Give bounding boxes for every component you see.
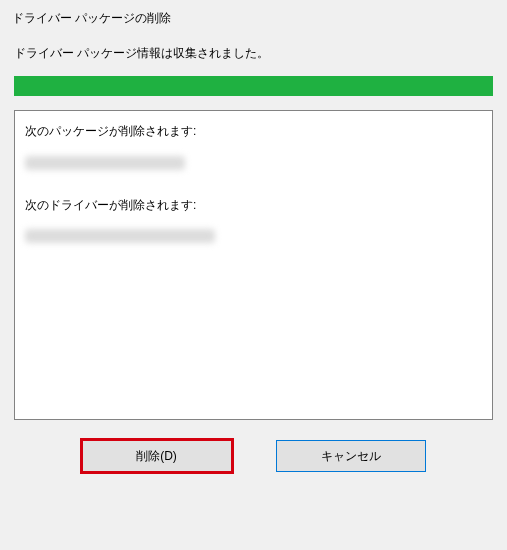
info-panel: 次のパッケージが削除されます: 次のドライバーが削除されます:: [14, 110, 493, 420]
driver-item: [25, 229, 215, 243]
delete-button[interactable]: 削除(D): [82, 440, 232, 472]
dialog-title: ドライバー パッケージの削除: [0, 0, 507, 33]
cancel-button[interactable]: キャンセル: [276, 440, 426, 472]
drivers-to-delete-label: 次のドライバーが削除されます:: [25, 197, 482, 214]
button-row: 削除(D) キャンセル: [0, 434, 507, 486]
packages-to-delete-label: 次のパッケージが削除されます:: [25, 123, 482, 140]
progress-bar: [14, 76, 493, 96]
status-message: ドライバー パッケージ情報は収集されました。: [0, 33, 507, 68]
package-item: [25, 156, 185, 170]
